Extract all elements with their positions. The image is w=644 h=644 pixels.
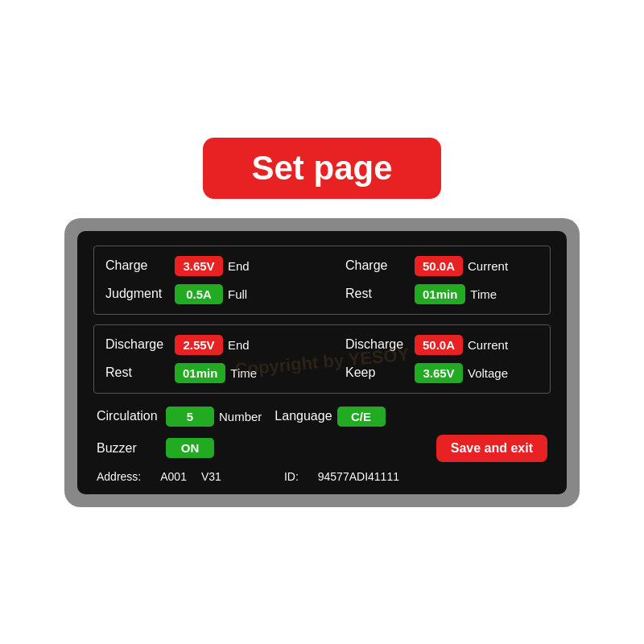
discharge-voltage-badge[interactable]: 2.55V: [175, 335, 223, 355]
id-value: 94577ADI41111: [318, 470, 399, 483]
rest-time-label-1: Time: [470, 287, 497, 301]
language-label: Language: [275, 409, 332, 423]
save-exit-button[interactable]: Save and exit: [436, 435, 547, 462]
judgment-full-label: Full: [228, 287, 247, 301]
rest-time-badge-1[interactable]: 01min: [415, 284, 465, 304]
charge-end-label: End: [228, 259, 250, 273]
language-value-badge[interactable]: C/E: [337, 407, 386, 427]
circulation-value-badge[interactable]: 5: [166, 407, 214, 427]
keep-label: Keep: [345, 365, 410, 380]
charge-row-1: Charge 3.65V End Charge 50.0A Current: [105, 256, 539, 276]
device-frame: Charge 3.65V End Charge 50.0A Current Ju…: [64, 218, 580, 507]
rest-time-badge-2[interactable]: 01min: [175, 363, 225, 383]
judgment-label: Judgment: [105, 287, 170, 301]
discharge-row-1: Discharge 2.55V End Discharge 50.0A Curr…: [105, 335, 539, 355]
buzzer-value-badge[interactable]: ON: [166, 438, 214, 458]
discharge-end-label: End: [228, 338, 250, 352]
version-value: V31: [201, 470, 221, 483]
buzzer-row: Buzzer ON Save and exit: [97, 435, 547, 462]
bottom-section: Circulation 5 Number Language C/E Buzzer…: [93, 403, 551, 483]
discharge-row-2: Rest 01min Time Keep 3.65V Voltage: [105, 363, 539, 383]
charge-row-2: Judgment 0.5A Full Rest 01min Time: [105, 284, 539, 304]
charge-section: Charge 3.65V End Charge 50.0A Current Ju…: [93, 246, 551, 315]
circulation-row: Circulation 5 Number Language C/E: [97, 407, 547, 427]
id-label: ID:: [284, 470, 299, 483]
rest-label-2: Rest: [105, 365, 170, 380]
rest-time-label-2: Time: [230, 366, 257, 380]
discharge-label-2: Discharge: [345, 337, 410, 352]
address-label: Address:: [97, 470, 141, 483]
charge-label-2: Charge: [345, 258, 410, 273]
discharge-current-badge[interactable]: 50.0A: [415, 335, 463, 355]
keep-voltage-label: Voltage: [468, 366, 508, 380]
discharge-section: Discharge 2.55V End Discharge 50.0A Curr…: [93, 324, 551, 394]
circulation-unit-label: Number: [219, 410, 262, 423]
discharge-label-1: Discharge: [105, 337, 170, 352]
address-row: Address: A001 V31 ID: 94577ADI41111: [97, 470, 547, 483]
charge-label-1: Charge: [105, 258, 170, 273]
address-value: A001: [160, 470, 187, 483]
buzzer-label: Buzzer: [97, 441, 161, 456]
charge-current-badge[interactable]: 50.0A: [415, 256, 463, 276]
keep-voltage-badge[interactable]: 3.65V: [415, 363, 463, 383]
device-screen: Charge 3.65V End Charge 50.0A Current Ju…: [77, 231, 567, 494]
rest-label-1: Rest: [345, 287, 410, 301]
circulation-label: Circulation: [97, 409, 161, 423]
judgment-value-badge[interactable]: 0.5A: [175, 284, 223, 304]
discharge-current-label: Current: [468, 338, 508, 352]
charge-current-label: Current: [468, 259, 508, 273]
charge-voltage-badge[interactable]: 3.65V: [175, 256, 223, 276]
page-title: Set page: [203, 138, 440, 199]
